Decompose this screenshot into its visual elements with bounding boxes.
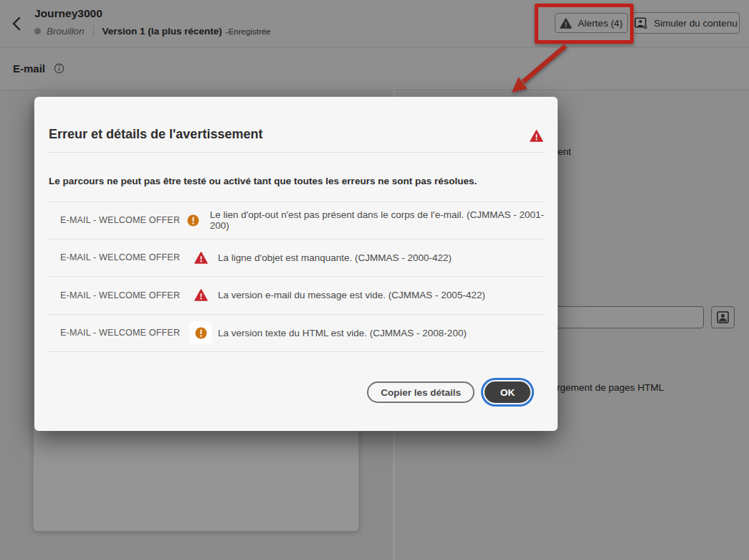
error-triangle-icon <box>530 130 543 142</box>
dialog-header: Erreur et détails de l'avertissement <box>34 97 558 152</box>
warning-circle-icon <box>187 214 199 227</box>
alert-row: E-MAIL - WELCOME OFFER La ligne d'objet … <box>47 239 545 277</box>
dialog-message: Le parcours ne peut pas être testé ou ac… <box>49 176 543 186</box>
alert-text: La version texte du HTML est vide. (CJMM… <box>218 328 467 338</box>
alert-source: E-MAIL - WELCOME OFFER <box>60 328 188 338</box>
alert-row: E-MAIL - WELCOME OFFER Le lien d'opt-out… <box>47 201 545 239</box>
alert-source: E-MAIL - WELCOME OFFER <box>60 252 188 262</box>
alert-text: La version e-mail du message est vide. (… <box>218 290 485 300</box>
alert-source: E-MAIL - WELCOME OFFER <box>60 290 188 300</box>
dialog-divider <box>47 152 545 153</box>
error-triangle-icon <box>194 252 208 264</box>
alert-severity-cell <box>188 327 214 339</box>
alert-row: E-MAIL - WELCOME OFFER La version e-mail… <box>47 277 545 315</box>
alert-text: Le lien d'opt-out n'est pas présent dans… <box>210 209 545 231</box>
copy-details-button[interactable]: Copier les détails <box>367 381 474 403</box>
alerts-table: E-MAIL - WELCOME OFFER Le lien d'opt-out… <box>47 201 545 352</box>
warning-circle-icon <box>195 327 207 339</box>
alert-severity-cell <box>188 289 214 301</box>
dialog-footer: Copier les détails OK <box>34 381 558 403</box>
dialog-title: Erreur et détails de l'avertissement <box>49 127 530 142</box>
alert-severity-cell <box>188 252 214 264</box>
error-triangle-icon <box>194 289 208 301</box>
alert-text: La ligne d'objet est manquante. (CJMMAS … <box>218 252 452 263</box>
alert-source: E-MAIL - WELCOME OFFER <box>60 215 181 225</box>
journey-editor-app: Journey3000 Brouillon Version 1 (la plus… <box>0 0 749 560</box>
alerts-dialog: Erreur et détails de l'avertissement Le … <box>34 97 558 431</box>
annotation-highlight-box <box>535 4 634 44</box>
alert-severity-cell <box>181 214 206 227</box>
alert-row: E-MAIL - WELCOME OFFER La version texte … <box>47 315 545 353</box>
ok-button[interactable]: OK <box>485 381 530 403</box>
